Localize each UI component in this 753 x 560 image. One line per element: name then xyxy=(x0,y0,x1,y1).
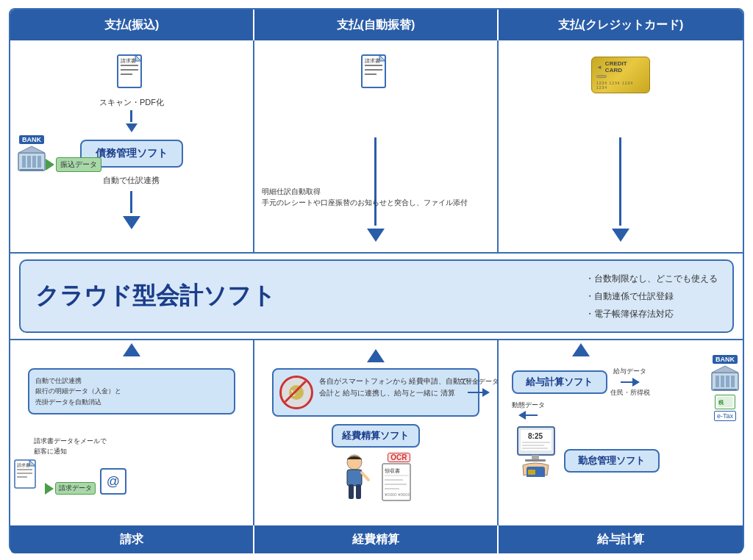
email-icon: @ xyxy=(100,468,126,495)
invoice-doc-icon: 請求書 xyxy=(116,54,147,95)
svg-text:請求書: 請求書 xyxy=(365,58,380,63)
svg-rect-30 xyxy=(349,484,354,499)
header-jido: 支払(自動振替) xyxy=(254,10,499,40)
bank-icon-left: BANK xyxy=(18,135,46,172)
svg-rect-55 xyxy=(525,459,546,462)
furikomi-data-label: 振込データ xyxy=(56,157,101,172)
bot-col-kyuyo: BANK xyxy=(499,340,743,525)
svg-rect-42 xyxy=(726,376,729,387)
jyumin-tax-label: 住民・所得税 xyxy=(610,388,650,398)
main-container: 支払(振込) 支払(自動振替) 支払(クレジットカード) xyxy=(9,8,744,552)
svg-rect-54 xyxy=(532,455,539,459)
kyuyo-data-label: 給与データ xyxy=(613,367,646,376)
svg-rect-51 xyxy=(522,442,550,443)
meisai-text: 明細仕訳自動取得 手元のレシートや口座振替のお知らせと突合し、ファイル添付 xyxy=(262,186,490,208)
svg-text:領収書: 領収書 xyxy=(385,468,400,474)
svg-rect-9 xyxy=(32,156,36,168)
svg-rect-52 xyxy=(522,445,544,446)
dotai-data-label: 動態データ xyxy=(512,401,545,410)
svg-text:8:25: 8:25 xyxy=(528,432,543,440)
seikyudata-label: 請求データ xyxy=(55,482,96,495)
header-credit: 支払(クレジットカード) xyxy=(499,10,743,40)
cc-chip xyxy=(596,75,607,78)
svg-rect-7 xyxy=(22,156,26,168)
svg-text:税: 税 xyxy=(718,399,724,405)
bottom-header-seikyuu: 請求 xyxy=(10,525,254,553)
etax-label: e-Tax xyxy=(714,411,736,421)
keihi-inner: ¥ 各自がスマートフォンから 経費申請、自動で会計と 給与に連携し、給与と一緒に… xyxy=(272,368,480,417)
jidou-label: 自動で仕訳連携 xyxy=(103,175,160,186)
bottom-headers: 請求 経費精算 給与計算 xyxy=(10,525,743,553)
svg-rect-31 xyxy=(356,484,361,499)
invoice-icon: 請求書 xyxy=(14,459,40,495)
svg-line-29 xyxy=(362,473,368,480)
bottom-content: 自動で仕訳連携銀行の明細データ（入金）と売掛データを自動消込 請求書データをメー… xyxy=(10,339,743,525)
svg-rect-12 xyxy=(20,169,43,171)
bot-col-seikyuu: 自動で仕訳連携銀行の明細データ（入金）と売掛データを自動消込 請求書データをメー… xyxy=(10,340,254,525)
svg-text:請求書: 請求書 xyxy=(121,58,136,63)
bank-label-right: BANK xyxy=(713,355,738,364)
svg-marker-11 xyxy=(18,146,45,153)
bank-right: BANK xyxy=(711,355,739,421)
section-wrapper: 請求書 スキャン・PDF化 BANK xyxy=(10,40,743,553)
cloud-section: クラウド型会計ソフト ・台数制限なし、どこでも使える ・自動連係で仕訳登録 ・電… xyxy=(19,259,734,333)
header-furikomi: 支払(振込) xyxy=(10,10,254,40)
cc-numbers: 1234 1234 1234 1234 xyxy=(596,81,645,90)
cloud-features: ・台数制限なし、どこでも使える ・自動連係で仕訳登録 ・電子帳簿保存法対応 xyxy=(585,270,718,323)
tachikae-label: 立替金データ xyxy=(459,377,499,387)
top-headers: 支払(振込) 支払(自動振替) 支払(クレジットカード) xyxy=(10,10,743,40)
mail-notice: 請求書データをメールで 顧客に通知 xyxy=(34,437,107,456)
col-jido: 請求書 明細仕訳自動取得 手元のレシートや口座振替のお知らせと突合し、ファイル添… xyxy=(254,40,499,252)
invoice-doc-icon-2: 請求書 xyxy=(360,54,391,95)
svg-rect-45 xyxy=(713,389,737,391)
kinmu-soft-box: 勤怠管理ソフト xyxy=(564,449,660,473)
bottom-header-kyuyo: 給与計算 xyxy=(499,525,743,553)
bot-col-keihi: ¥ 各自がスマートフォンから 経費申請、自動で会計と 給与に連携し、給与と一緒に… xyxy=(254,340,499,525)
col-credit: ◄ CREDIT CARD 1234 1234 1234 1234 xyxy=(499,40,743,252)
svg-rect-57 xyxy=(528,470,535,475)
svg-marker-44 xyxy=(712,366,738,373)
pc-illustration: 8:25 xyxy=(512,426,560,480)
svg-rect-53 xyxy=(522,448,548,449)
svg-rect-40 xyxy=(715,376,719,387)
bank-label: BANK xyxy=(19,135,44,144)
svg-rect-28 xyxy=(347,470,362,486)
ocr-label: OCR xyxy=(388,453,410,462)
col-furikomi: 請求書 スキャン・PDF化 BANK xyxy=(10,40,254,252)
top-section: 請求書 スキャン・PDF化 BANK xyxy=(10,40,743,254)
svg-rect-10 xyxy=(38,156,41,168)
credit-card-icon: ◄ CREDIT CARD 1234 1234 1234 1234 xyxy=(591,57,650,93)
keihi-inner-text: 各自がスマートフォンから 経費申請、自動で会計と 給与に連携し、給与と一緒に 清… xyxy=(319,376,473,399)
seikyuu-notice: 自動で仕訳連携銀行の明細データ（入金）と売掛データを自動消込 xyxy=(28,368,236,414)
svg-rect-41 xyxy=(721,376,724,387)
kyuyo-soft-box: 給与計算ソフト xyxy=(512,370,607,394)
svg-rect-43 xyxy=(731,376,735,387)
scan-label: スキャン・PDF化 xyxy=(99,97,164,108)
cloud-title: クラウド型会計ソフト xyxy=(35,280,585,312)
svg-rect-8 xyxy=(27,156,31,168)
bottom-header-keihi: 経費精算 xyxy=(254,525,499,553)
svg-text:請求書: 請求書 xyxy=(17,463,30,467)
svg-text:¥0000 ¥0000: ¥0000 ¥0000 xyxy=(385,492,411,497)
person-illustration: OCR 領収書 ¥0000 ¥0000 xyxy=(335,452,416,503)
keihi-soft-box: 経費精算ソフト xyxy=(332,424,420,448)
